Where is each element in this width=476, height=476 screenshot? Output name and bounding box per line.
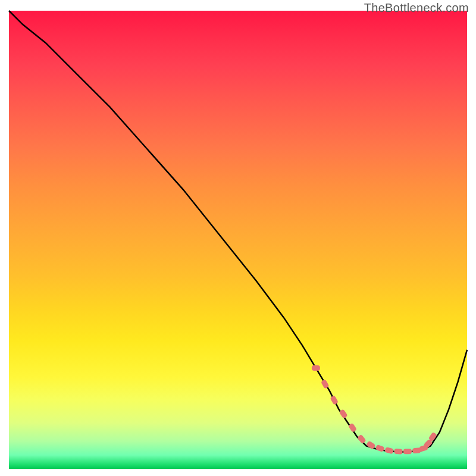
- highlight-dot: [403, 449, 412, 454]
- bottleneck-curve-line: [9, 11, 467, 452]
- highlight-dot: [312, 365, 320, 371]
- highlight-dot: [357, 434, 367, 444]
- chart-container: TheBottleneck.com: [0, 0, 476, 476]
- chart-svg: [9, 11, 467, 469]
- highlight-dots-group: [312, 365, 437, 455]
- highlight-dot: [384, 447, 394, 454]
- highlight-dot: [330, 395, 339, 405]
- highlight-dot: [394, 449, 403, 455]
